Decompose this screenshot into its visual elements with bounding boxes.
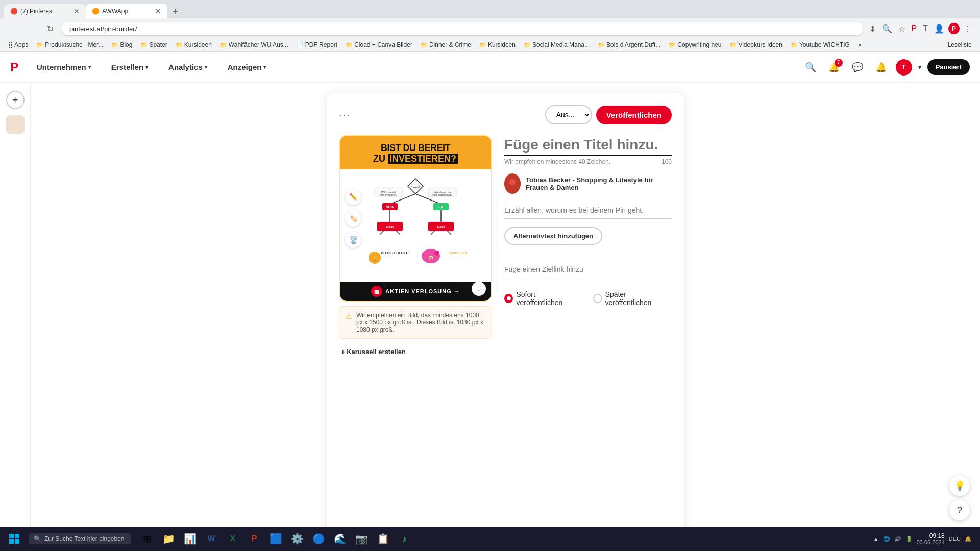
taskbar-multiwindow[interactable]: ⊞ [137, 529, 157, 549]
search-browser-icon[interactable]: 🔍 [880, 22, 894, 36]
pausiert-button[interactable]: Pausiert [927, 59, 970, 75]
tab-title-pinterest: (7) Pinterest [20, 8, 68, 15]
svg-text:🏆: 🏆 [372, 255, 378, 262]
app9-icon: 📷 [355, 533, 368, 545]
spaeter-option[interactable]: Später veröffentlichen [593, 290, 672, 307]
taskbar-app10[interactable]: 📋 [373, 529, 393, 549]
reload-button[interactable]: ↻ [43, 21, 57, 36]
bookmark-more[interactable]: » [856, 40, 864, 49]
nav-analytics[interactable]: Analytics ▾ [162, 59, 213, 76]
tray-up-arrow[interactable]: ▲ [873, 536, 879, 542]
taskbar-app7[interactable]: ⚙️ [287, 529, 307, 549]
activity-button[interactable]: 🔔 [872, 59, 890, 76]
clock[interactable]: 09:18 03.06.2021 [917, 532, 945, 545]
main-content: + ··· Aus... Veröffentlichen [0, 83, 980, 550]
card-actions: Aus... Veröffentlichen [545, 105, 672, 124]
carousel-button[interactable]: + Karussell erstellen [339, 345, 406, 359]
account-circle-icon[interactable]: P [948, 23, 960, 34]
taskbar-edge[interactable]: 🌊 [330, 529, 350, 549]
profile-chevron-icon[interactable]: ▾ [918, 64, 921, 71]
more-options-button[interactable]: ··· [339, 109, 351, 121]
tab-close-pinterest[interactable]: ✕ [74, 7, 80, 15]
publish-button[interactable]: Veröffentlichen [596, 106, 672, 124]
board-select[interactable]: Aus... [545, 105, 592, 124]
tag-tool-button[interactable]: 🏷️ [345, 210, 361, 227]
bookmark-youtube[interactable]: 📁 Youtube WICHTIG [789, 40, 852, 49]
profile-icon[interactable]: 👤 [932, 22, 946, 36]
notifications-button[interactable]: 🔔 7 [825, 59, 843, 76]
folder-icon-3: 📁 [140, 42, 148, 48]
bookmark-dinner[interactable]: 📁 Dinner & Crime [419, 40, 473, 49]
tab-awwapp[interactable]: 🟠 AWWApp ✕ [86, 4, 167, 18]
back-button[interactable]: ← [6, 21, 20, 36]
translate-icon[interactable]: T [921, 22, 930, 35]
tab-close-awwapp[interactable]: ✕ [155, 7, 161, 15]
start-button[interactable] [4, 529, 24, 549]
delete-tool-button[interactable]: 🗑️ [345, 232, 361, 248]
link-input[interactable] [504, 261, 672, 278]
svg-rect-39 [9, 539, 14, 544]
search-button[interactable]: 🔍 [802, 59, 819, 76]
tray-volume[interactable]: 🔊 [894, 536, 901, 542]
bookmark-star-icon[interactable]: ☆ [896, 22, 908, 36]
pin-footer-icon: 📈 [371, 286, 382, 297]
taskbar-chrome[interactable]: 🔵 [308, 529, 329, 549]
pin-header: BIST DU BEREIT ZU INVESTIEREN? [340, 136, 491, 169]
bookmark-videokurs[interactable]: 📁 Videokurs Ideen [727, 40, 785, 49]
taskbar-spotify[interactable]: ♪ [394, 529, 414, 549]
bookmark-leseliste[interactable]: Leseliste [946, 40, 974, 49]
bookmark-bois[interactable]: 📁 Bois d'Argent Duft... [596, 40, 663, 49]
resize-button[interactable]: ↕ [472, 282, 486, 296]
alt-text-button[interactable]: Alternativtext hinzufügen [504, 227, 602, 245]
bookmark-kursideen2[interactable]: 📁 Kursideen [477, 40, 518, 49]
tray-notification-center[interactable]: 🔔 [965, 536, 972, 542]
taskbar-app9[interactable]: 📷 [351, 529, 372, 549]
pinterest-ext-icon[interactable]: P [910, 22, 919, 35]
sofort-option[interactable]: Sofort veröffentlichen [504, 290, 581, 307]
new-tab-button[interactable]: + [169, 6, 181, 18]
description-input[interactable] [504, 202, 672, 219]
forward-button[interactable]: → [24, 21, 39, 36]
bookmark-spaeter[interactable]: 📁 Später [138, 40, 169, 49]
bookmark-kursideen[interactable]: 📁 Kursideen [174, 40, 214, 49]
bookmark-apps[interactable]: ⣿ Apps [6, 40, 30, 49]
bookmark-blog[interactable]: 📁 Blog [109, 40, 134, 49]
app10-icon: 📋 [377, 533, 389, 545]
taskbar-excel[interactable]: X [223, 529, 243, 549]
download-icon[interactable]: ⬇ [867, 22, 878, 36]
avatar[interactable]: T [896, 59, 912, 76]
taskbar-app6[interactable]: 🟦 [265, 529, 286, 549]
bookmark-pdf[interactable]: 📄 PDF Report [295, 40, 339, 49]
tray-network[interactable]: 🌐 [883, 536, 890, 542]
tab-pinterest[interactable]: 🔴 (7) Pinterest ✕ [4, 4, 86, 18]
extension-icon[interactable]: ⋮ [962, 22, 974, 36]
word-icon: W [207, 534, 215, 543]
title-input[interactable] [504, 135, 672, 156]
taskbar-search[interactable]: 🔍 Zur Suche Text hier eingeben [29, 533, 131, 544]
spaeter-radio[interactable] [593, 294, 602, 303]
taskbar-taskmanager[interactable]: 📊 [180, 529, 200, 549]
sofort-radio[interactable] [504, 294, 513, 303]
bookmark-wahlfaecher[interactable]: 📁 Wahlfächer WU Aus... [218, 40, 290, 49]
taskbar-explorer[interactable]: 📁 [158, 529, 179, 549]
pinterest-logo[interactable]: P [10, 60, 18, 74]
add-button[interactable]: + [6, 91, 24, 109]
nav-unternehmen[interactable]: Unternehmen ▾ [31, 59, 97, 76]
nav-erstellen[interactable]: Erstellen ▾ [105, 59, 154, 76]
tray-battery[interactable]: 🔋 [905, 536, 913, 542]
lightbulb-button[interactable]: 💡 [949, 475, 970, 496]
help-button[interactable]: ? [949, 500, 970, 520]
folder-icon-5: 📁 [220, 42, 227, 48]
edit-tool-button[interactable]: ✏️ [345, 189, 361, 205]
address-input[interactable] [61, 22, 863, 35]
messages-button[interactable]: 💬 [849, 59, 866, 76]
taskbar-word[interactable]: W [201, 529, 222, 549]
bookmark-canva[interactable]: 📁 Cload + Canva Bilder [344, 40, 414, 49]
pin-builder-area: ··· Aus... Veröffentlichen [31, 83, 980, 550]
bookmark-copywriting[interactable]: 📁 Copywriting neu [667, 40, 723, 49]
nav-anzeigen[interactable]: Anzeigen ▾ [222, 59, 273, 76]
bookmark-produktsuche[interactable]: 📁 Produktsuche - Mer... [34, 40, 105, 49]
bookmark-social[interactable]: 📁 Social Media Mana... [522, 40, 592, 49]
pin-thumbnail[interactable] [6, 115, 24, 134]
taskbar-powerpoint[interactable]: P [244, 529, 264, 549]
